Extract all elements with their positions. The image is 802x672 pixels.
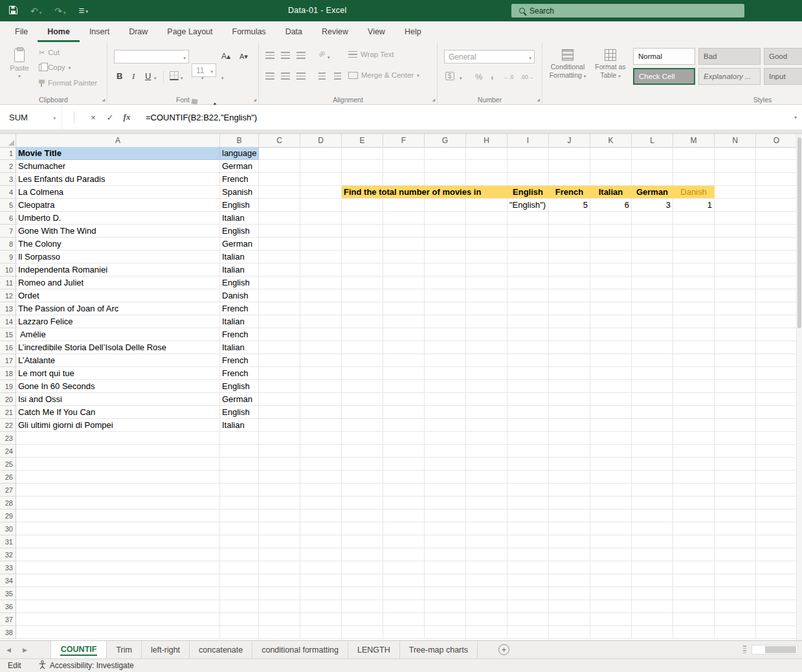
cell-A23[interactable] [16, 432, 220, 445]
row-header-8[interactable]: 8 [0, 238, 16, 251]
cell-K1[interactable] [590, 147, 632, 160]
cell-J15[interactable] [549, 328, 590, 341]
column-header-G[interactable]: G [425, 134, 466, 148]
row-header-1[interactable]: 1 [0, 147, 16, 160]
cell-H17[interactable] [466, 354, 507, 367]
cell-H18[interactable] [466, 367, 507, 380]
row-header-12[interactable]: 12 [0, 289, 16, 302]
cell-F27[interactable] [383, 484, 425, 497]
cell-D4[interactable] [300, 186, 342, 199]
cell-G35[interactable] [425, 587, 466, 600]
cell-D1[interactable] [300, 147, 342, 160]
cell-K26[interactable] [590, 471, 632, 484]
cell-D32[interactable] [300, 548, 342, 561]
cell-D10[interactable] [300, 263, 342, 276]
customize-quick-access-icon[interactable]: ☰▾ [79, 8, 88, 14]
cell-L19[interactable] [632, 380, 673, 393]
cell-N37[interactable] [715, 613, 756, 626]
row-header-38[interactable]: 38 [0, 626, 16, 639]
number-format-select[interactable]: General ▾ [444, 50, 535, 63]
cell-L37[interactable] [632, 613, 673, 626]
cell-L4[interactable]: German [632, 186, 673, 199]
cell-G27[interactable] [425, 484, 466, 497]
cell-I21[interactable] [507, 406, 549, 419]
cell-I6[interactable] [507, 212, 549, 225]
row-header-34[interactable]: 34 [0, 574, 16, 587]
cell-F31[interactable] [383, 535, 425, 548]
cell-E22[interactable] [342, 419, 383, 432]
row-header-18[interactable]: 18 [0, 367, 16, 380]
cell-H10[interactable] [466, 263, 507, 276]
cell-H19[interactable] [466, 380, 507, 393]
column-header-C[interactable]: C [259, 134, 300, 148]
format-painter-button[interactable]: Format Painter [39, 79, 97, 87]
cell-D37[interactable] [300, 613, 342, 626]
cell-A22[interactable]: Gli ultimi giorni di Pompei [16, 419, 220, 432]
cell-K28[interactable] [590, 497, 632, 510]
cell-E2[interactable] [342, 160, 383, 173]
cell-C22[interactable] [259, 419, 300, 432]
cell-E20[interactable] [342, 393, 383, 406]
align-left-icon[interactable] [265, 73, 274, 80]
cell-B24[interactable] [220, 445, 259, 458]
cell-C17[interactable] [259, 354, 300, 367]
cell-D31[interactable] [300, 535, 342, 548]
cell-E26[interactable] [342, 471, 383, 484]
cell-B12[interactable]: Danish [220, 289, 259, 302]
cell-B3[interactable]: French [220, 173, 259, 186]
column-header-B[interactable]: B [220, 134, 259, 148]
row-header-3[interactable]: 3 [0, 173, 16, 186]
cell-N2[interactable] [715, 160, 756, 173]
cell-K7[interactable] [590, 225, 632, 238]
orientation-dropdown-icon[interactable]: ▾ [328, 55, 330, 60]
cell-C26[interactable] [259, 471, 300, 484]
cell-L18[interactable] [632, 367, 673, 380]
cell-C33[interactable] [259, 561, 300, 574]
cell-I16[interactable] [507, 341, 549, 354]
cell-O14[interactable] [756, 315, 797, 328]
cell-A33[interactable] [16, 561, 220, 574]
cell-L7[interactable] [632, 225, 673, 238]
horizontal-scrollbar-thumb[interactable] [765, 646, 796, 653]
cell-E28[interactable] [342, 497, 383, 510]
cell-N34[interactable] [715, 574, 756, 587]
cell-D25[interactable] [300, 458, 342, 471]
cell-A19[interactable]: Gone In 60 Seconds [16, 380, 220, 393]
search-input[interactable] [529, 6, 744, 16]
cell-B15[interactable]: French [220, 328, 259, 341]
cell-D33[interactable] [300, 561, 342, 574]
cell-D36[interactable] [300, 600, 342, 613]
cell-B28[interactable] [220, 497, 259, 510]
row-header-9[interactable]: 9 [0, 251, 16, 263]
cell-I2[interactable] [507, 160, 549, 173]
cell-L17[interactable] [632, 354, 673, 367]
cell-K13[interactable] [590, 302, 632, 315]
cell-M29[interactable] [673, 510, 715, 522]
cell-F37[interactable] [383, 613, 425, 626]
cell-N14[interactable] [715, 315, 756, 328]
cell-J8[interactable] [549, 238, 590, 251]
cell-F14[interactable] [383, 315, 425, 328]
cell-F1[interactable] [383, 147, 425, 160]
cell-N22[interactable] [715, 419, 756, 432]
cell-H32[interactable] [466, 548, 507, 561]
cell-F6[interactable] [383, 212, 425, 225]
cell-N20[interactable] [715, 393, 756, 406]
cell-G23[interactable] [425, 432, 466, 445]
cell-K14[interactable] [590, 315, 632, 328]
cell-N28[interactable] [715, 497, 756, 510]
cell-J24[interactable] [549, 445, 590, 458]
cell-O18[interactable] [756, 367, 797, 380]
align-middle-icon[interactable] [281, 52, 290, 59]
cell-F30[interactable] [383, 522, 425, 535]
cell-I37[interactable] [507, 613, 549, 626]
cell-O1[interactable] [756, 147, 797, 160]
alignment-dialog-launcher-icon[interactable]: ◢ [432, 98, 435, 102]
cell-G13[interactable] [425, 302, 466, 315]
row-header-5[interactable]: 5 [0, 199, 16, 212]
number-dialog-launcher-icon[interactable]: ◢ [537, 98, 540, 102]
cell-B18[interactable]: French [220, 367, 259, 380]
cell-K36[interactable] [590, 600, 632, 613]
cell-L24[interactable] [632, 445, 673, 458]
cell-C3[interactable] [259, 173, 300, 186]
